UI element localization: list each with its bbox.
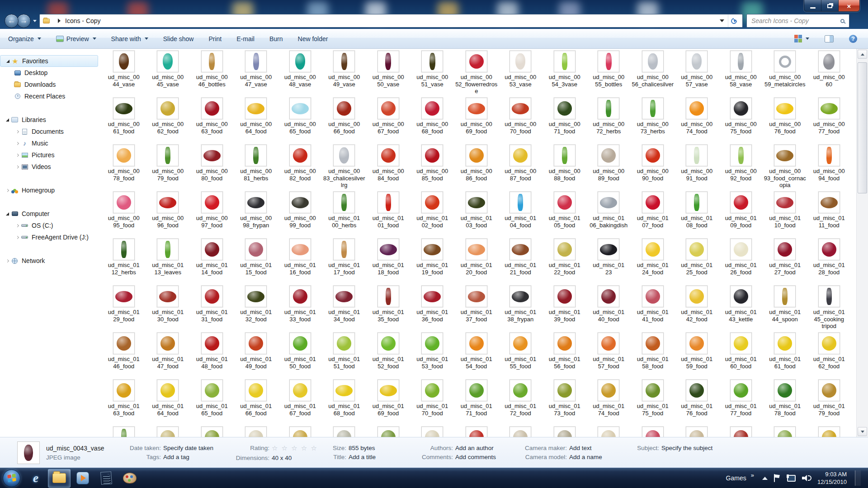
file-item[interactable]: ud_misc_00 69_food (454, 97, 499, 144)
recent-pages-dropdown-icon[interactable] (33, 20, 37, 22)
file-item[interactable]: ud_misc_00 83_chalicesilverlrg (322, 144, 367, 191)
file-item[interactable]: ud_misc_01 31_food (190, 285, 234, 332)
expand-arrow-icon[interactable] (14, 236, 21, 239)
preview-button[interactable]: Preview (52, 33, 101, 45)
file-item[interactable]: ud_misc_00 63_food (190, 97, 234, 144)
network-status-icon[interactable] (787, 474, 796, 482)
file-item[interactable]: ud_misc_01 60_food (719, 332, 763, 379)
file-item[interactable]: ud_misc_00 74_food (675, 97, 719, 144)
file-item[interactable]: ud_misc_01 25_food (675, 238, 719, 285)
file-item[interactable]: ud_misc_01 79_food (807, 379, 851, 426)
address-dropdown-icon[interactable] (720, 19, 724, 22)
forward-button[interactable]: → (17, 14, 31, 28)
file-item[interactable]: ud_misc_01 10_food (763, 191, 807, 238)
breadcrumb-separator-icon[interactable] (58, 19, 61, 23)
file-item[interactable]: ud_misc_01 02_food (410, 191, 455, 238)
file-item[interactable]: ud_misc_01 15_food (234, 238, 278, 285)
file-item[interactable]: ud_misc_00 75_food (719, 97, 763, 144)
file-item[interactable]: ud_misc_01 50_food (278, 332, 322, 379)
sidebar-item-desktop[interactable]: Desktop (0, 67, 101, 79)
file-item[interactable]: ud_misc_00 46_bottles (190, 50, 234, 97)
file-item[interactable]: ud_misc_00 47_vase (234, 50, 278, 97)
file-item[interactable]: ud_misc_01 19_food (410, 238, 455, 285)
file-item[interactable]: ud_misc_00 71_food (542, 97, 587, 144)
file-item[interactable]: ud_misc_01 63_food (102, 379, 146, 426)
file-item[interactable]: ud_misc_01 77_food (719, 379, 763, 426)
expand-arrow-icon[interactable] (14, 166, 21, 168)
file-item[interactable]: ud_misc_01 48_food (190, 332, 234, 379)
file-item[interactable] (631, 426, 675, 437)
file-item[interactable]: ud_misc_01 03_food (454, 191, 499, 238)
file-item[interactable]: ud_misc_01 46_food (102, 332, 146, 379)
file-item[interactable]: ud_misc_01 11_food (807, 191, 851, 238)
show-desktop-button[interactable] (855, 470, 861, 486)
organize-button[interactable]: Organize (4, 33, 46, 45)
volume-icon[interactable] (802, 474, 811, 482)
file-item[interactable]: ud_misc_01 06_bakingdish (587, 191, 631, 238)
file-item[interactable]: ud_misc_01 14_food (190, 238, 234, 285)
file-item[interactable]: ud_misc_00 92_food (719, 144, 763, 191)
search-input[interactable] (750, 17, 840, 25)
file-item[interactable]: ud_misc_00 65_food (278, 97, 322, 144)
file-item[interactable]: ud_misc_00 95_food (102, 191, 146, 238)
file-item[interactable]: ud_misc_00 62_food (146, 97, 190, 144)
file-item[interactable]: ud_misc_00 80_food (190, 144, 234, 191)
file-item[interactable]: ud_misc_01 09_food (719, 191, 763, 238)
file-item[interactable]: ud_misc_00 49_vase (322, 50, 367, 97)
file-item[interactable]: ud_misc_01 78_food (763, 379, 807, 426)
file-item[interactable]: ud_misc_01 24_food (631, 238, 675, 285)
file-item[interactable]: ud_misc_00 66_food (322, 97, 367, 144)
file-item[interactable]: ud_misc_01 66_food (234, 379, 278, 426)
file-item[interactable]: ud_misc_00 61_food (102, 97, 146, 144)
breadcrumb[interactable]: Icons - Copy (39, 14, 743, 28)
date-taken-value[interactable]: Specify date taken (163, 445, 213, 451)
file-item[interactable] (675, 426, 719, 437)
file-item[interactable]: ud_misc_00 72_herbs (587, 97, 631, 144)
file-item[interactable]: ud_misc_01 42_food (675, 285, 719, 332)
sidebar-item-os-c[interactable]: OS (C:) (0, 220, 101, 231)
file-item[interactable]: ud_misc_01 36_food (410, 285, 455, 332)
file-item[interactable]: ud_misc_01 33_food (278, 285, 322, 332)
file-item[interactable]: ud_misc_00 90_food (631, 144, 675, 191)
scroll-up-button[interactable] (858, 50, 867, 59)
file-item[interactable]: ud_misc_00 56_chalicesilver (631, 50, 675, 97)
file-item[interactable]: ud_misc_00 77_food (807, 97, 851, 144)
file-item[interactable]: ud_misc_01 76_food (675, 379, 719, 426)
file-item[interactable] (146, 426, 190, 437)
title-value[interactable]: Add a title (349, 454, 376, 460)
maximize-button[interactable] (821, 0, 839, 12)
file-item[interactable]: ud_misc_00 48_vase (278, 50, 322, 97)
file-item[interactable]: ud_misc_00 67_food (366, 97, 410, 144)
file-item[interactable]: ud_misc_01 47_food (146, 332, 190, 379)
file-item[interactable] (366, 426, 410, 437)
file-item[interactable] (587, 426, 631, 437)
sidebar-item-homegroup[interactable]: Homegroup (0, 184, 101, 196)
camera-maker-value[interactable]: Add text (569, 445, 592, 451)
action-center-flag-icon[interactable] (774, 474, 780, 482)
tags-value[interactable]: Add a tag (163, 454, 189, 460)
file-item[interactable]: ud_misc_01 00_herbs (322, 191, 367, 238)
scrollbar[interactable] (856, 49, 868, 437)
file-item[interactable]: ud_misc_01 61_food (763, 332, 807, 379)
file-item[interactable]: ud_misc_01 56_food (542, 332, 587, 379)
file-item[interactable]: ud_misc_01 58_food (631, 332, 675, 379)
file-item[interactable] (410, 426, 455, 437)
file-item[interactable] (278, 426, 322, 437)
file-item[interactable]: ud_misc_00 99_food (278, 191, 322, 238)
file-item[interactable]: ud_misc_00 58_vase (719, 50, 763, 97)
file-item[interactable]: ud_misc_01 72_food (499, 379, 543, 426)
file-item[interactable]: ud_misc_01 27_food (763, 238, 807, 285)
file-item[interactable]: ud_misc_00 88_food (542, 144, 587, 191)
file-item[interactable] (763, 426, 807, 437)
file-item[interactable]: ud_misc_00 96_food (146, 191, 190, 238)
taskbar-windows-explorer[interactable] (48, 469, 71, 488)
close-button[interactable]: × (839, 0, 859, 12)
file-item[interactable]: ud_misc_00 64_food (234, 97, 278, 144)
change-view-button[interactable] (790, 32, 814, 45)
sidebar-item-favorites[interactable]: ★Favorites (0, 55, 98, 67)
file-item[interactable]: ud_misc_00 94_food (807, 144, 851, 191)
slide-show-button[interactable]: Slide show (159, 33, 198, 45)
file-item[interactable]: ud_misc_00 89_food (587, 144, 631, 191)
file-item[interactable]: ud_misc_01 22_food (542, 238, 587, 285)
file-item[interactable]: ud_misc_01 26_food (719, 238, 763, 285)
